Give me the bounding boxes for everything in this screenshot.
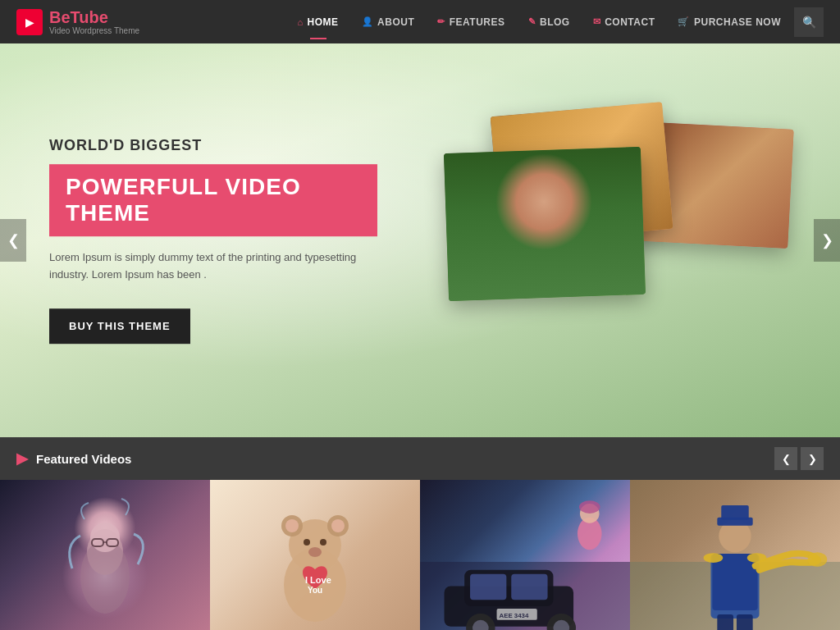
user-icon: 👤: [362, 16, 374, 27]
mail-icon: ✉: [593, 16, 601, 27]
hero-cta-button[interactable]: BUY THIS THEME: [49, 308, 190, 344]
hero-subtitle: WORLD'D BIGGEST: [49, 137, 377, 154]
pencil-icon: ✏: [437, 16, 445, 27]
hero-description: Lorem Ipsum is simply dummy text of the …: [49, 249, 377, 284]
featured-prev-button[interactable]: ❮: [774, 447, 797, 470]
logo-text: BeTube Video Wordpress Theme: [49, 8, 139, 35]
cart-icon: 🛒: [678, 16, 690, 27]
video-grid: ▶: [0, 480, 840, 630]
main-nav: ⌂ HOME 👤 ABOUT ✏ FEATURES ✎ BLOG ✉ CONTA…: [287, 7, 824, 37]
nav-item-features[interactable]: ✏ FEATURES: [427, 11, 514, 33]
nav-item-home[interactable]: ⌂ HOME: [287, 11, 348, 33]
logo: BeTube Video Wordpress Theme: [16, 8, 139, 35]
nav-item-blog[interactable]: ✎ BLOG: [518, 11, 580, 33]
hero-content: WORLD'D BIGGEST POWERFULL VIDEO THEME Lo…: [49, 137, 377, 344]
featured-play-icon: ▶: [16, 450, 28, 468]
featured-nav: ❮ ❯: [774, 447, 824, 470]
nav-item-contact[interactable]: ✉ CONTACT: [583, 11, 665, 33]
search-button[interactable]: 🔍: [794, 7, 824, 37]
thumb-play-icon-4: ▶: [725, 545, 746, 576]
hero-title: POWERFULL VIDEO THEME: [49, 164, 377, 236]
thumb-play-icon: ▶: [95, 545, 116, 576]
nav-item-about[interactable]: 👤 ABOUT: [352, 11, 425, 33]
video-thumb-3[interactable]: AEE 3434 ▶: [420, 480, 630, 630]
thumb-play-icon-3: ▶: [515, 545, 536, 576]
edit-icon: ✎: [528, 16, 536, 27]
hero-next-button[interactable]: ❯: [814, 219, 840, 262]
logo-icon: [16, 9, 43, 35]
thumb-play-icon-2: ▶: [305, 545, 326, 576]
logo-title: BeTube: [49, 8, 139, 26]
hero-images: ▶: [446, 109, 791, 372]
home-icon: ⌂: [297, 17, 303, 27]
featured-bar: ▶ Featured Videos ❮ ❯: [0, 437, 840, 480]
featured-next-button[interactable]: ❯: [801, 447, 824, 470]
featured-title: ▶ Featured Videos: [16, 450, 131, 468]
hero-prev-button[interactable]: ❮: [0, 219, 26, 262]
hero-section: WORLD'D BIGGEST POWERFULL VIDEO THEME Lo…: [0, 43, 840, 437]
video-thumb-1[interactable]: ▶: [0, 480, 210, 630]
header: BeTube Video Wordpress Theme ⌂ HOME 👤 AB…: [0, 0, 840, 43]
logo-subtitle: Video Wordpress Theme: [49, 26, 139, 35]
hero-image-card-2: ▶: [444, 147, 646, 301]
video-thumb-4[interactable]: ▶: [630, 480, 840, 630]
nav-item-purchase[interactable]: 🛒 PURCHASE NOW: [668, 11, 791, 33]
video-thumb-2[interactable]: I Love You ▶: [210, 480, 420, 630]
